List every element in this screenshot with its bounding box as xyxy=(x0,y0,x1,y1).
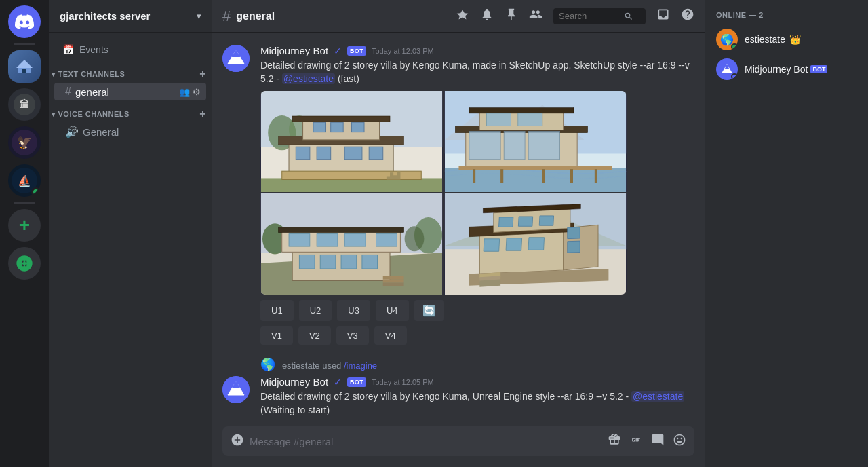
image-cell-1 xyxy=(260,91,443,192)
message-input-area xyxy=(212,426,705,467)
sticker-icon[interactable] xyxy=(651,433,665,450)
discover-button[interactable] xyxy=(8,247,41,280)
avatar-midjourney-2 xyxy=(222,376,250,403)
member-item-midjourney[interactable]: Midjourney Bot BOT xyxy=(711,54,863,84)
svg-rect-18 xyxy=(292,116,390,122)
server-list: 🏛 🦅 ⛵ + xyxy=(0,0,49,467)
message-timestamp-1: Today at 12:03 PM xyxy=(372,47,434,55)
svg-rect-65 xyxy=(376,234,397,246)
svg-text:🦅: 🦅 xyxy=(17,135,33,150)
svg-rect-21 xyxy=(344,147,362,159)
mention-3: @estiestate xyxy=(631,391,684,402)
message-input-field[interactable] xyxy=(250,436,602,447)
svg-rect-26 xyxy=(261,179,442,193)
channel-name-general: general xyxy=(75,86,175,98)
add-server-button[interactable]: + xyxy=(8,209,41,242)
message-header-1: Midjourney Bot ✓ BOT Today at 12:03 PM xyxy=(260,45,694,56)
svg-rect-79 xyxy=(506,238,522,250)
text-channels-header[interactable]: ▾ TEXT CHANNELS + xyxy=(49,66,212,82)
server-divider xyxy=(14,43,35,45)
svg-rect-60 xyxy=(341,255,357,269)
server-icon-2[interactable]: 🏛 xyxy=(8,88,41,121)
svg-rect-36 xyxy=(469,108,574,113)
search-input[interactable] xyxy=(559,11,620,21)
channel-item-general-voice[interactable]: 🔊 General xyxy=(54,123,206,141)
add-voice-channel-button[interactable]: + xyxy=(199,109,206,119)
u3-button[interactable]: U3 xyxy=(337,300,370,321)
v4-button[interactable]: V4 xyxy=(374,326,407,345)
members-panel-icon[interactable] xyxy=(529,7,542,24)
svg-rect-47 xyxy=(570,169,573,183)
voice-channels-label: VOICE CHANNELS xyxy=(58,110,130,118)
svg-rect-78 xyxy=(484,239,500,251)
search-bar[interactable] xyxy=(553,8,646,24)
server-header[interactable]: gjarchitects server ▾ xyxy=(49,0,212,33)
message-content-1: Midjourney Bot ✓ BOT Today at 12:03 PM D… xyxy=(260,45,694,345)
svg-rect-40 xyxy=(487,113,511,126)
settings-icon: ⚙ xyxy=(193,87,201,97)
svg-rect-43 xyxy=(458,166,612,170)
svg-rect-20 xyxy=(317,147,331,159)
voice-category-header-left: ▾ VOICE CHANNELS xyxy=(52,110,130,118)
gift-icon[interactable] xyxy=(608,433,621,450)
text-channels-chevron: ▾ xyxy=(52,71,56,78)
chat-area: # general xyxy=(212,0,705,467)
v1-button[interactable]: V1 xyxy=(260,326,293,345)
emoji-icon[interactable] xyxy=(673,433,686,450)
pin-icon[interactable] xyxy=(505,7,518,24)
refresh-button[interactable]: 🔄 xyxy=(414,300,444,321)
add-text-channel-button[interactable]: + xyxy=(199,69,206,79)
svg-rect-38 xyxy=(504,132,525,160)
estiestate-emoji: 🌎 xyxy=(260,358,275,371)
image-cell-3 xyxy=(260,193,443,295)
server-divider-2 xyxy=(14,202,35,204)
threads-icon[interactable] xyxy=(456,7,469,24)
svg-rect-39 xyxy=(528,132,559,160)
u4-button[interactable]: U4 xyxy=(376,300,409,321)
u2-button[interactable]: U2 xyxy=(299,300,332,321)
member-item-estiestate[interactable]: 🌎 estiestate 👑 xyxy=(711,24,863,54)
svg-rect-81 xyxy=(499,217,513,227)
channel-actions: 👥 ⚙ xyxy=(179,87,201,97)
channel-item-general[interactable]: # general 👥 ⚙ xyxy=(54,83,206,100)
midjourney-name-row: Midjourney Bot BOT xyxy=(745,64,827,75)
server-icon-gjarch[interactable] xyxy=(8,50,41,83)
imagine-command[interactable]: /imagine xyxy=(344,360,377,371)
online-section-header: ONLINE — 2 xyxy=(711,11,863,24)
add-attachment-button[interactable] xyxy=(231,433,244,450)
v2-button[interactable]: V2 xyxy=(298,326,331,345)
svg-rect-85 xyxy=(568,241,580,253)
svg-rect-25 xyxy=(352,122,364,132)
verified-icon-3: ✓ xyxy=(334,377,342,388)
image-cell-2 xyxy=(444,91,627,192)
svg-marker-1 xyxy=(16,60,33,68)
voice-channels-chevron: ▾ xyxy=(52,111,56,118)
u1-button[interactable]: U1 xyxy=(260,300,294,321)
gif-icon[interactable] xyxy=(629,433,643,450)
member-info-midjourney: Midjourney Bot BOT xyxy=(745,64,827,75)
member-name-row: estiestate 👑 xyxy=(745,34,801,45)
image-grid-1 xyxy=(260,91,627,295)
mention-1: @estiestate xyxy=(282,73,335,84)
voice-channels-header[interactable]: ▾ VOICE CHANNELS + xyxy=(49,106,212,122)
server-header-chevron: ▾ xyxy=(197,12,201,21)
server-icon-3[interactable]: 🦅 xyxy=(8,126,41,159)
discord-home-button[interactable] xyxy=(8,5,41,38)
v3-button[interactable]: V3 xyxy=(336,326,369,345)
messages-container[interactable]: Midjourney Bot ✓ BOT Today at 12:03 PM D… xyxy=(212,33,705,426)
chat-header: # general xyxy=(212,0,705,33)
image-cell-4 xyxy=(444,193,627,295)
events-item[interactable]: 📅 Events xyxy=(54,39,206,60)
svg-rect-67 xyxy=(383,280,404,283)
svg-rect-23 xyxy=(313,122,326,132)
help-icon[interactable] xyxy=(681,7,694,24)
svg-rect-83 xyxy=(539,216,553,225)
button-row-v: V1 V2 V3 V4 xyxy=(260,326,694,345)
bell-icon[interactable] xyxy=(480,7,494,24)
svg-text:⛵: ⛵ xyxy=(18,174,31,187)
svg-rect-82 xyxy=(518,217,532,226)
server-icon-4[interactable]: ⛵ xyxy=(8,164,41,197)
avatar-midjourney xyxy=(222,45,250,72)
svg-rect-2 xyxy=(22,69,26,73)
inbox-icon[interactable] xyxy=(656,7,670,24)
